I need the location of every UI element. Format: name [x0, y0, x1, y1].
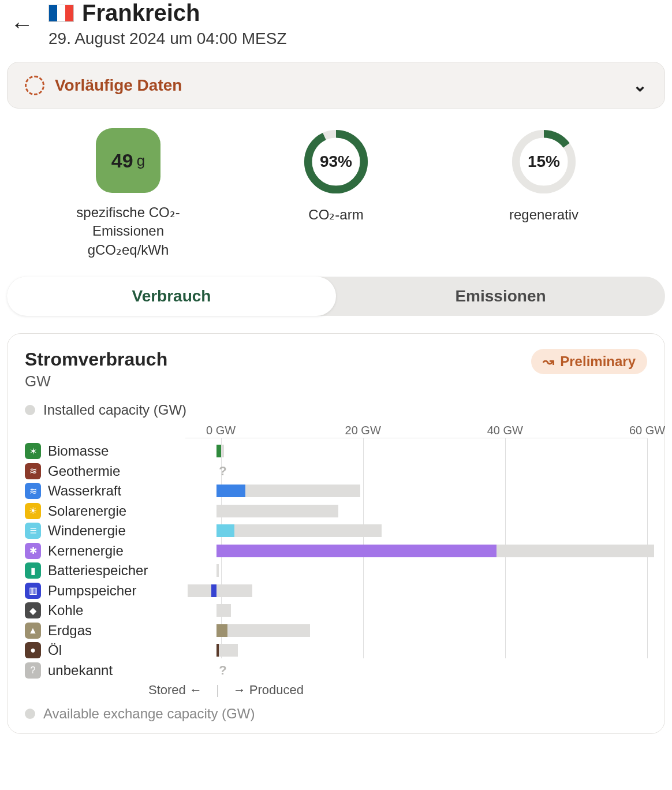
preliminary-banner-label: Vorläufige Daten [55, 76, 182, 95]
trend-icon: ↝ [543, 353, 554, 370]
axis-tick: 60 GW [629, 424, 665, 437]
chart-row[interactable]: ✶Biomasse [25, 441, 647, 461]
source-icon: ≋ [25, 483, 41, 499]
preliminary-chip-label: Preliminary [560, 353, 636, 370]
source-icon: ◆ [25, 602, 41, 618]
axis-produced: → Produced [233, 683, 304, 698]
card-unit: GW [25, 372, 167, 390]
source-icon: ≋ [25, 463, 41, 479]
consumption-card: Stromverbrauch GW ↝ Preliminary Installe… [7, 333, 665, 734]
country-title: Frankreich [82, 0, 200, 26]
bar-track [181, 545, 647, 557]
bar-chart: 0 GW20 GW40 GW60 GW ✶Biomasse≋Geothermie… [25, 424, 647, 678]
renewable-donut: 15% [510, 128, 577, 195]
source-icon: ✶ [25, 443, 41, 459]
bar-track [181, 584, 647, 597]
low-carbon-percent: 93% [303, 128, 369, 195]
chart-row[interactable]: ?unbekannt? [25, 661, 647, 681]
axis-tick: 20 GW [345, 424, 381, 437]
axis-stored: Stored ← [148, 683, 202, 698]
chart-row[interactable]: ☀Solarenergie [25, 501, 647, 521]
source-label: Kohle [48, 602, 181, 618]
low-carbon-donut: 93% [303, 128, 369, 195]
metrics-row: 49 g spezifische CO₂-Emissionen gCO₂eq/k… [7, 122, 665, 277]
source-icon: ✱ [25, 543, 41, 559]
bar-track: ? [181, 465, 647, 478]
source-icon: ● [25, 642, 41, 658]
axis-legend: Stored ← | → Produced [148, 683, 647, 698]
low-carbon-label: CO₂-arm [308, 206, 363, 224]
preliminary-icon [25, 76, 44, 95]
capacity-dot-icon [25, 405, 35, 415]
chart-row[interactable]: ✱Kernenergie [25, 541, 647, 561]
bar-track [181, 604, 647, 617]
source-icon: ☀ [25, 503, 41, 519]
exchange-dot-icon [25, 709, 35, 719]
source-label: Geothermie [48, 463, 181, 479]
source-label: Biomasse [48, 443, 181, 459]
source-label: Solarenergie [48, 503, 181, 519]
chart-row[interactable]: ≣Windenergie [25, 521, 647, 541]
metric-renewable: 15% regenerativ [457, 128, 630, 259]
source-label: Öl [48, 642, 181, 658]
source-label: Batteriespeicher [48, 562, 181, 579]
datetime-subtitle: 29. August 2024 um 04:00 MESZ [48, 29, 286, 48]
source-icon: ▲ [25, 623, 41, 639]
bar-track [181, 644, 647, 657]
tab-consumption[interactable]: Verbrauch [7, 277, 336, 316]
source-icon: ? [25, 662, 41, 679]
flag-icon [48, 5, 74, 22]
chart-row[interactable]: ≋Geothermie? [25, 461, 647, 482]
tab-emissions[interactable]: Emissionen [336, 277, 665, 316]
source-label: Pumpspeicher [48, 583, 181, 599]
bar-track [181, 445, 647, 457]
bar-track [181, 505, 647, 517]
renewable-label: regenerativ [509, 206, 578, 224]
page-header: ← Frankreich 29. August 2024 um 04:00 ME… [7, 0, 665, 59]
source-icon: ▮ [25, 562, 41, 579]
emissions-unit: g [137, 152, 145, 170]
metric-low-carbon: 93% CO₂-arm [249, 128, 423, 259]
emissions-label: spezifische CO₂-Emissionen gCO₂eq/kWh [42, 203, 215, 259]
preliminary-chip: ↝ Preliminary [531, 349, 647, 374]
chart-row[interactable]: ▥Pumpspeicher [25, 581, 647, 601]
legend-exchange-capacity: Available exchange capacity (GW) [25, 706, 647, 722]
emissions-squircle: 49 g [96, 128, 160, 193]
legend-exchange-capacity-label: Available exchange capacity (GW) [43, 706, 255, 722]
chart-row[interactable]: ◆Kohle [25, 601, 647, 621]
source-label: Windenergie [48, 523, 181, 539]
source-label: unbekannt [48, 662, 181, 679]
source-label: Wasserkraft [48, 483, 181, 499]
renewable-percent: 15% [510, 128, 577, 195]
bar-track [181, 564, 647, 577]
bar-track: ? [181, 664, 647, 677]
bar-track [181, 485, 647, 497]
source-label: Kernenergie [48, 543, 181, 559]
legend-installed-capacity-label: Installed capacity (GW) [43, 402, 186, 418]
source-icon: ▥ [25, 583, 41, 599]
axis-tick: 40 GW [487, 424, 523, 437]
chevron-down-icon: ⌄ [633, 75, 647, 95]
back-arrow-icon[interactable]: ← [7, 9, 37, 39]
axis-tick: 0 GW [206, 424, 236, 437]
bar-track [181, 524, 647, 537]
legend-installed-capacity: Installed capacity (GW) [25, 402, 647, 418]
card-title: Stromverbrauch [25, 349, 167, 370]
emissions-value: 49 [111, 150, 133, 172]
metric-emissions: 49 g spezifische CO₂-Emissionen gCO₂eq/k… [42, 128, 215, 259]
source-label: Erdgas [48, 623, 181, 639]
source-icon: ≣ [25, 523, 41, 539]
preliminary-banner[interactable]: Vorläufige Daten ⌄ [7, 62, 665, 109]
chart-row[interactable]: ▲Erdgas [25, 621, 647, 641]
chart-row[interactable]: ≋Wasserkraft [25, 481, 647, 501]
chart-row[interactable]: ●Öl [25, 640, 647, 661]
tabs: Verbrauch Emissionen [7, 277, 665, 316]
chart-row[interactable]: ▮Batteriespeicher [25, 561, 647, 581]
header-title-block: Frankreich 29. August 2024 um 04:00 MESZ [48, 0, 286, 48]
bar-track [181, 624, 647, 637]
